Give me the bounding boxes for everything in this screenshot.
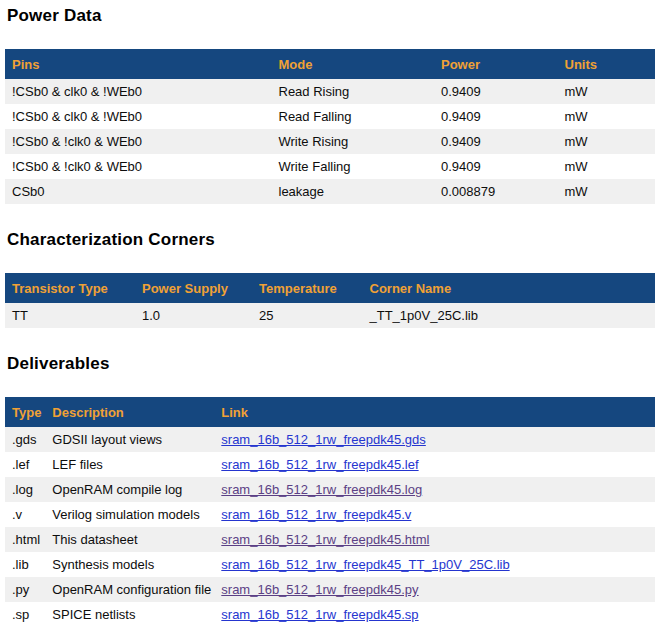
- type-cell: .gds: [5, 427, 45, 452]
- table-row: .lib Synthesis models sram_16b_512_1rw_f…: [5, 552, 655, 577]
- mode-cell: leakage: [272, 179, 435, 204]
- units-cell: mW: [558, 104, 656, 129]
- table-row: .lef LEF files sram_16b_512_1rw_freepdk4…: [5, 452, 655, 477]
- type-cell: .lib: [5, 552, 45, 577]
- link-cell: sram_16b_512_1rw_freepdk45.html: [214, 527, 655, 552]
- table-row: .sp SPICE netlists sram_16b_512_1rw_free…: [5, 602, 655, 627]
- power-col-header-units: Units: [558, 49, 656, 79]
- mode-cell: Write Falling: [272, 154, 435, 179]
- deliverable-link-log[interactable]: sram_16b_512_1rw_freepdk45.log: [221, 482, 422, 497]
- units-cell: mW: [558, 179, 656, 204]
- description-cell: SPICE netlists: [45, 602, 214, 627]
- description-cell: OpenRAM configuration file: [45, 577, 214, 602]
- power-col-header-pins: Pins: [5, 49, 272, 79]
- units-cell: mW: [558, 79, 656, 104]
- deliverable-link-v[interactable]: sram_16b_512_1rw_freepdk45.v: [221, 507, 411, 522]
- link-cell: sram_16b_512_1rw_freepdk45.v: [214, 502, 655, 527]
- type-cell: .v: [5, 502, 45, 527]
- deliverables-heading: Deliverables: [7, 354, 655, 374]
- power-cell: 0.9409: [434, 104, 558, 129]
- link-cell: sram_16b_512_1rw_freepdk45.log: [214, 477, 655, 502]
- corners-table-header-row: Transistor Type Power Supply Temperature…: [5, 273, 655, 303]
- deliverable-link-gds[interactable]: sram_16b_512_1rw_freepdk45.gds: [221, 432, 426, 447]
- corners-col-header-temperature: Temperature: [252, 273, 363, 303]
- deliverable-link-sp[interactable]: sram_16b_512_1rw_freepdk45.sp: [221, 607, 418, 622]
- deliverables-table: Type Description Link .gds GDSII layout …: [5, 397, 655, 627]
- table-row: !CSb0 & clk0 & !WEb0 Read Rising 0.9409 …: [5, 79, 655, 104]
- corners-col-header-transistor-type: Transistor Type: [5, 273, 135, 303]
- power-col-header-mode: Mode: [272, 49, 435, 79]
- characterization-corners-heading: Characterization Corners: [7, 230, 655, 250]
- link-cell: sram_16b_512_1rw_freepdk45.lef: [214, 452, 655, 477]
- description-cell: Verilog simulation models: [45, 502, 214, 527]
- type-cell: .sp: [5, 602, 45, 627]
- deliverable-link-py[interactable]: sram_16b_512_1rw_freepdk45.py: [221, 582, 418, 597]
- temperature-cell: 25: [252, 303, 363, 328]
- deliverables-col-header-link: Link: [214, 397, 655, 427]
- link-cell: sram_16b_512_1rw_freepdk45_TT_1p0V_25C.l…: [214, 552, 655, 577]
- deliverables-table-header-row: Type Description Link: [5, 397, 655, 427]
- units-cell: mW: [558, 129, 656, 154]
- deliverables-col-header-description: Description: [45, 397, 214, 427]
- corner-name-cell: _TT_1p0V_25C.lib: [363, 303, 656, 328]
- pins-cell: !CSb0 & !clk0 & WEb0: [5, 154, 272, 179]
- table-row: .log OpenRAM compile log sram_16b_512_1r…: [5, 477, 655, 502]
- table-row: TT 1.0 25 _TT_1p0V_25C.lib: [5, 303, 655, 328]
- table-row: .v Verilog simulation models sram_16b_51…: [5, 502, 655, 527]
- description-cell: OpenRAM compile log: [45, 477, 214, 502]
- pins-cell: !CSb0 & !clk0 & WEb0: [5, 129, 272, 154]
- power-col-header-power: Power: [434, 49, 558, 79]
- description-cell: LEF files: [45, 452, 214, 477]
- deliverable-link-html[interactable]: sram_16b_512_1rw_freepdk45.html: [221, 532, 429, 547]
- table-row: .py OpenRAM configuration file sram_16b_…: [5, 577, 655, 602]
- description-cell: Synthesis models: [45, 552, 214, 577]
- mode-cell: Read Falling: [272, 104, 435, 129]
- power-table-header-row: Pins Mode Power Units: [5, 49, 655, 79]
- deliverable-link-lib[interactable]: sram_16b_512_1rw_freepdk45_TT_1p0V_25C.l…: [221, 557, 509, 572]
- power-supply-cell: 1.0: [135, 303, 252, 328]
- table-row: !CSb0 & clk0 & !WEb0 Read Falling 0.9409…: [5, 104, 655, 129]
- pins-cell: !CSb0 & clk0 & !WEb0: [5, 79, 272, 104]
- pins-cell: !CSb0 & clk0 & !WEb0: [5, 104, 272, 129]
- mode-cell: Write Rising: [272, 129, 435, 154]
- link-cell: sram_16b_512_1rw_freepdk45.sp: [214, 602, 655, 627]
- mode-cell: Read Rising: [272, 79, 435, 104]
- characterization-corners-table: Transistor Type Power Supply Temperature…: [5, 273, 655, 328]
- deliverables-col-header-type: Type: [5, 397, 45, 427]
- type-cell: .log: [5, 477, 45, 502]
- corners-col-header-corner-name: Corner Name: [363, 273, 656, 303]
- type-cell: .html: [5, 527, 45, 552]
- power-cell: 0.9409: [434, 154, 558, 179]
- table-row: !CSb0 & !clk0 & WEb0 Write Falling 0.940…: [5, 154, 655, 179]
- link-cell: sram_16b_512_1rw_freepdk45.gds: [214, 427, 655, 452]
- type-cell: .py: [5, 577, 45, 602]
- power-cell: 0.9409: [434, 79, 558, 104]
- power-cell: 0.008879: [434, 179, 558, 204]
- power-data-table: Pins Mode Power Units !CSb0 & clk0 & !WE…: [5, 49, 655, 204]
- deliverable-link-lef[interactable]: sram_16b_512_1rw_freepdk45.lef: [221, 457, 418, 472]
- type-cell: .lef: [5, 452, 45, 477]
- table-row: .html This datasheet sram_16b_512_1rw_fr…: [5, 527, 655, 552]
- table-row: !CSb0 & !clk0 & WEb0 Write Rising 0.9409…: [5, 129, 655, 154]
- transistor-type-cell: TT: [5, 303, 135, 328]
- power-data-heading: Power Data: [7, 6, 655, 26]
- table-row: CSb0 leakage 0.008879 mW: [5, 179, 655, 204]
- pins-cell: CSb0: [5, 179, 272, 204]
- table-row: .gds GDSII layout views sram_16b_512_1rw…: [5, 427, 655, 452]
- link-cell: sram_16b_512_1rw_freepdk45.py: [214, 577, 655, 602]
- corners-col-header-power-supply: Power Supply: [135, 273, 252, 303]
- description-cell: This datasheet: [45, 527, 214, 552]
- units-cell: mW: [558, 154, 656, 179]
- power-cell: 0.9409: [434, 129, 558, 154]
- description-cell: GDSII layout views: [45, 427, 214, 452]
